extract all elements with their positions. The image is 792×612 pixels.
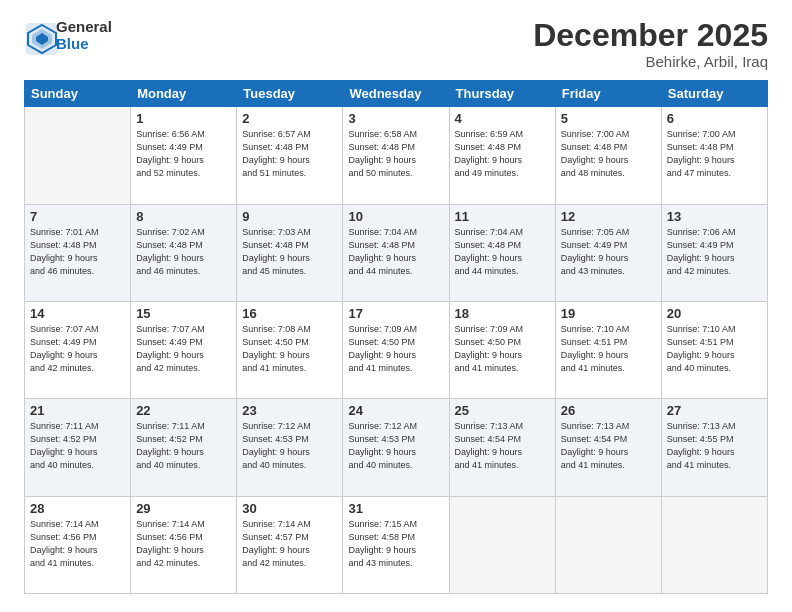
day-info: Sunrise: 7:11 AM Sunset: 4:52 PM Dayligh… (30, 420, 125, 472)
table-row: 7Sunrise: 7:01 AM Sunset: 4:48 PM Daylig… (25, 204, 131, 301)
day-info: Sunrise: 7:10 AM Sunset: 4:51 PM Dayligh… (667, 323, 762, 375)
table-row: 24Sunrise: 7:12 AM Sunset: 4:53 PM Dayli… (343, 399, 449, 496)
day-info: Sunrise: 7:09 AM Sunset: 4:50 PM Dayligh… (455, 323, 550, 375)
day-number: 24 (348, 403, 443, 418)
day-number: 3 (348, 111, 443, 126)
table-row (661, 496, 767, 593)
day-info: Sunrise: 7:01 AM Sunset: 4:48 PM Dayligh… (30, 226, 125, 278)
day-info: Sunrise: 7:00 AM Sunset: 4:48 PM Dayligh… (561, 128, 656, 180)
day-info: Sunrise: 7:15 AM Sunset: 4:58 PM Dayligh… (348, 518, 443, 570)
day-info: Sunrise: 7:09 AM Sunset: 4:50 PM Dayligh… (348, 323, 443, 375)
day-info: Sunrise: 7:02 AM Sunset: 4:48 PM Dayligh… (136, 226, 231, 278)
header-tuesday: Tuesday (237, 81, 343, 107)
day-number: 26 (561, 403, 656, 418)
day-number: 13 (667, 209, 762, 224)
table-row: 17Sunrise: 7:09 AM Sunset: 4:50 PM Dayli… (343, 301, 449, 398)
day-info: Sunrise: 7:05 AM Sunset: 4:49 PM Dayligh… (561, 226, 656, 278)
calendar-week-row: 7Sunrise: 7:01 AM Sunset: 4:48 PM Daylig… (25, 204, 768, 301)
table-row: 4Sunrise: 6:59 AM Sunset: 4:48 PM Daylig… (449, 107, 555, 204)
logo-line1: General (56, 18, 112, 35)
day-info: Sunrise: 7:12 AM Sunset: 4:53 PM Dayligh… (242, 420, 337, 472)
month-title: December 2025 (533, 18, 768, 53)
table-row: 25Sunrise: 7:13 AM Sunset: 4:54 PM Dayli… (449, 399, 555, 496)
location: Behirke, Arbil, Iraq (533, 53, 768, 70)
day-number: 30 (242, 501, 337, 516)
table-row: 8Sunrise: 7:02 AM Sunset: 4:48 PM Daylig… (131, 204, 237, 301)
table-row: 9Sunrise: 7:03 AM Sunset: 4:48 PM Daylig… (237, 204, 343, 301)
page: General Blue December 2025 Behirke, Arbi… (0, 0, 792, 612)
day-number: 4 (455, 111, 550, 126)
table-row: 29Sunrise: 7:14 AM Sunset: 4:56 PM Dayli… (131, 496, 237, 593)
day-info: Sunrise: 6:58 AM Sunset: 4:48 PM Dayligh… (348, 128, 443, 180)
day-info: Sunrise: 7:04 AM Sunset: 4:48 PM Dayligh… (348, 226, 443, 278)
table-row: 15Sunrise: 7:07 AM Sunset: 4:49 PM Dayli… (131, 301, 237, 398)
day-info: Sunrise: 7:13 AM Sunset: 4:54 PM Dayligh… (561, 420, 656, 472)
table-row: 18Sunrise: 7:09 AM Sunset: 4:50 PM Dayli… (449, 301, 555, 398)
day-number: 14 (30, 306, 125, 321)
table-row (555, 496, 661, 593)
day-number: 2 (242, 111, 337, 126)
day-info: Sunrise: 7:08 AM Sunset: 4:50 PM Dayligh… (242, 323, 337, 375)
day-info: Sunrise: 7:03 AM Sunset: 4:48 PM Dayligh… (242, 226, 337, 278)
day-number: 25 (455, 403, 550, 418)
table-row: 14Sunrise: 7:07 AM Sunset: 4:49 PM Dayli… (25, 301, 131, 398)
table-row: 11Sunrise: 7:04 AM Sunset: 4:48 PM Dayli… (449, 204, 555, 301)
header-sunday: Sunday (25, 81, 131, 107)
day-number: 27 (667, 403, 762, 418)
table-row: 10Sunrise: 7:04 AM Sunset: 4:48 PM Dayli… (343, 204, 449, 301)
day-number: 20 (667, 306, 762, 321)
table-row: 26Sunrise: 7:13 AM Sunset: 4:54 PM Dayli… (555, 399, 661, 496)
day-info: Sunrise: 6:59 AM Sunset: 4:48 PM Dayligh… (455, 128, 550, 180)
day-number: 1 (136, 111, 231, 126)
day-number: 5 (561, 111, 656, 126)
table-row: 20Sunrise: 7:10 AM Sunset: 4:51 PM Dayli… (661, 301, 767, 398)
header: General Blue December 2025 Behirke, Arbi… (24, 18, 768, 70)
day-info: Sunrise: 7:13 AM Sunset: 4:54 PM Dayligh… (455, 420, 550, 472)
day-number: 22 (136, 403, 231, 418)
day-number: 6 (667, 111, 762, 126)
table-row: 12Sunrise: 7:05 AM Sunset: 4:49 PM Dayli… (555, 204, 661, 301)
day-info: Sunrise: 7:12 AM Sunset: 4:53 PM Dayligh… (348, 420, 443, 472)
table-row: 28Sunrise: 7:14 AM Sunset: 4:56 PM Dayli… (25, 496, 131, 593)
day-number: 21 (30, 403, 125, 418)
day-info: Sunrise: 7:00 AM Sunset: 4:48 PM Dayligh… (667, 128, 762, 180)
day-number: 9 (242, 209, 337, 224)
header-thursday: Thursday (449, 81, 555, 107)
table-row: 5Sunrise: 7:00 AM Sunset: 4:48 PM Daylig… (555, 107, 661, 204)
table-row: 13Sunrise: 7:06 AM Sunset: 4:49 PM Dayli… (661, 204, 767, 301)
day-info: Sunrise: 7:13 AM Sunset: 4:55 PM Dayligh… (667, 420, 762, 472)
day-info: Sunrise: 7:11 AM Sunset: 4:52 PM Dayligh… (136, 420, 231, 472)
logo-line2: Blue (56, 35, 112, 52)
table-row (25, 107, 131, 204)
table-row: 22Sunrise: 7:11 AM Sunset: 4:52 PM Dayli… (131, 399, 237, 496)
table-row: 31Sunrise: 7:15 AM Sunset: 4:58 PM Dayli… (343, 496, 449, 593)
day-number: 12 (561, 209, 656, 224)
header-monday: Monday (131, 81, 237, 107)
day-info: Sunrise: 7:14 AM Sunset: 4:56 PM Dayligh… (30, 518, 125, 570)
calendar-table: Sunday Monday Tuesday Wednesday Thursday… (24, 80, 768, 594)
day-number: 31 (348, 501, 443, 516)
table-row (449, 496, 555, 593)
header-wednesday: Wednesday (343, 81, 449, 107)
day-info: Sunrise: 7:07 AM Sunset: 4:49 PM Dayligh… (30, 323, 125, 375)
day-number: 18 (455, 306, 550, 321)
day-number: 28 (30, 501, 125, 516)
table-row: 30Sunrise: 7:14 AM Sunset: 4:57 PM Dayli… (237, 496, 343, 593)
table-row: 1Sunrise: 6:56 AM Sunset: 4:49 PM Daylig… (131, 107, 237, 204)
day-info: Sunrise: 7:06 AM Sunset: 4:49 PM Dayligh… (667, 226, 762, 278)
table-row: 6Sunrise: 7:00 AM Sunset: 4:48 PM Daylig… (661, 107, 767, 204)
day-number: 23 (242, 403, 337, 418)
header-friday: Friday (555, 81, 661, 107)
day-number: 19 (561, 306, 656, 321)
title-section: December 2025 Behirke, Arbil, Iraq (533, 18, 768, 70)
day-number: 17 (348, 306, 443, 321)
table-row: 23Sunrise: 7:12 AM Sunset: 4:53 PM Dayli… (237, 399, 343, 496)
day-info: Sunrise: 6:57 AM Sunset: 4:48 PM Dayligh… (242, 128, 337, 180)
table-row: 21Sunrise: 7:11 AM Sunset: 4:52 PM Dayli… (25, 399, 131, 496)
day-number: 16 (242, 306, 337, 321)
day-number: 15 (136, 306, 231, 321)
header-saturday: Saturday (661, 81, 767, 107)
day-info: Sunrise: 7:04 AM Sunset: 4:48 PM Dayligh… (455, 226, 550, 278)
day-info: Sunrise: 7:14 AM Sunset: 4:56 PM Dayligh… (136, 518, 231, 570)
table-row: 19Sunrise: 7:10 AM Sunset: 4:51 PM Dayli… (555, 301, 661, 398)
